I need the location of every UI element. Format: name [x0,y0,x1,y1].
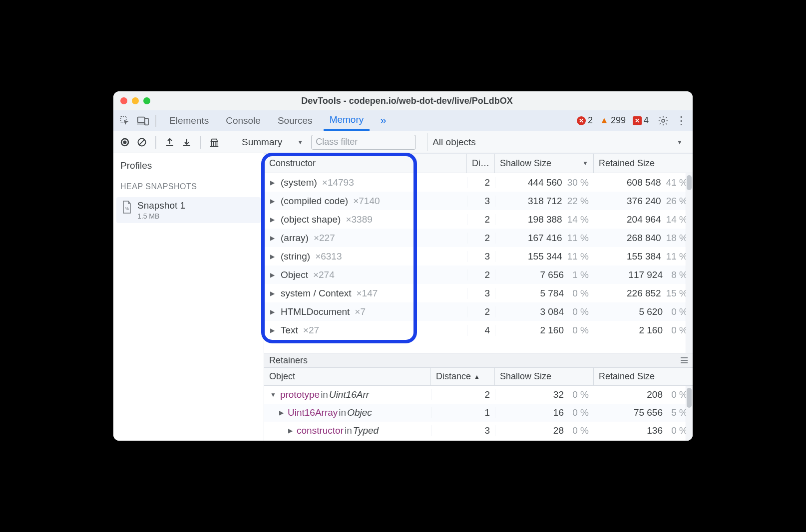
expand-icon[interactable]: ▶ [270,308,275,315]
table-row[interactable]: ▶system / Context×14735 7840 %226 85215 … [264,284,693,302]
issue-count[interactable]: ✕ 4 [633,115,649,126]
record-icon[interactable] [118,136,131,149]
clear-icon[interactable] [135,136,148,149]
sort-desc-icon: ▼ [582,160,588,167]
retainers-menu-icon[interactable] [681,357,688,363]
header-distance[interactable]: Di… [467,154,495,173]
instance-count: ×7140 [353,196,380,207]
error-count[interactable]: ✕ 2 [577,115,593,126]
distance-cell: 2 [467,214,495,225]
memory-toolbar: Summary ▼ Class filter All objects ▼ [113,131,693,153]
instance-count: ×14793 [322,177,354,188]
more-tabs-button[interactable]: » [376,113,391,128]
expand-icon[interactable]: ▶ [270,271,275,278]
header-object[interactable]: Object [264,368,431,385]
constructor-cell: ▶HTMLDocument×7 [264,306,467,317]
panel-body: Profiles HEAP SNAPSHOTS % Snapshot 1 1.5… [113,153,693,441]
retained-cell: 75 6565 % [594,407,693,418]
object-cell: ▶Uint16Array in Objec [264,407,431,418]
more-options-icon[interactable]: ⋮ [674,113,689,128]
expand-icon[interactable]: ▶ [270,179,275,186]
constructors-grid[interactable]: ▶(system)×147932444 56030 %608 54841 %▶(… [264,173,693,353]
load-profile-icon[interactable] [163,136,176,149]
scrollbar-track[interactable] [686,173,693,353]
shallow-cell: 198 38814 % [495,214,594,225]
scrollbar-thumb[interactable] [687,388,692,408]
retained-cell: 268 84018 % [594,233,693,244]
table-row[interactable]: ▶(string)×63133155 34411 %155 38411 % [264,247,693,266]
expand-icon[interactable]: ▼ [270,391,276,398]
save-profile-icon[interactable] [180,136,193,149]
expand-icon[interactable]: ▶ [270,235,275,242]
constructor-cell: ▶Text×27 [264,325,467,336]
constructor-cell: ▶(string)×6313 [264,251,467,262]
instance-count: ×7 [355,306,366,317]
retained-cell: 376 24026 % [594,196,693,207]
distance-cell: 4 [467,325,495,336]
instance-count: ×6313 [315,251,342,262]
expand-icon[interactable]: ▶ [288,427,293,434]
table-row[interactable]: ▶Object×27427 6561 %117 9248 % [264,266,693,284]
close-window-button[interactable] [120,97,127,104]
profiles-heading: Profiles [113,153,264,176]
expand-icon[interactable]: ▶ [270,290,275,297]
table-row[interactable]: ▶(object shape)×33892198 38814 %204 9641… [264,210,693,229]
window-title: DevTools - codepen.io/web-dot-dev/live/P… [158,96,686,106]
table-row[interactable]: ▶(system)×147932444 56030 %608 54841 % [264,173,693,192]
toolbar-divider [155,115,156,127]
expand-icon[interactable]: ▶ [270,253,275,260]
settings-icon[interactable] [656,113,671,128]
class-filter-input[interactable]: Class filter [311,135,416,150]
retainers-title: Retainers [269,355,308,366]
table-row[interactable]: ▶(compiled code)×71403318 71222 %376 240… [264,192,693,210]
table-row[interactable]: ▶Uint16Array in Objec1160 %75 6565 % [264,404,693,422]
expand-icon[interactable]: ▶ [279,409,284,416]
minimize-window-button[interactable] [132,97,139,104]
header-shallow-size[interactable]: Shallow Size ▼ [495,154,594,173]
tab-memory[interactable]: Memory [324,110,370,131]
snapshot-item[interactable]: % Snapshot 1 1.5 MB [116,197,261,223]
header-constructor[interactable]: Constructor [264,154,467,173]
distance-cell: 2 [467,269,495,280]
header-rshallow[interactable]: Shallow Size [495,368,594,385]
expand-icon[interactable]: ▶ [270,198,275,205]
header-retained-size[interactable]: Retained Size [594,154,693,173]
tab-sources[interactable]: Sources [272,110,319,131]
retained-cell: 117 9248 % [594,269,693,280]
expand-icon[interactable]: ▶ [270,327,275,334]
table-row[interactable]: ▶Text×2742 1600 %2 1600 % [264,321,693,339]
inspect-element-icon[interactable] [117,113,132,128]
collect-garbage-icon[interactable] [208,136,221,149]
device-toolbar-icon[interactable] [135,113,150,128]
retainers-grid[interactable]: ▼prototype in Uint16Arr2320 %2080 %▶Uint… [264,386,693,441]
owner-name: Objec [347,407,372,418]
scrollbar-track[interactable] [686,386,693,441]
tab-console[interactable]: Console [220,110,267,131]
shallow-cell: 7 6561 % [495,269,594,280]
maximize-window-button[interactable] [143,97,150,104]
objects-scope-select[interactable]: All objects ▼ [427,133,688,151]
shallow-cell: 167 41611 % [495,233,594,244]
instance-count: ×3389 [346,214,372,225]
shallow-cell: 280 % [495,425,594,436]
expand-icon[interactable]: ▶ [270,216,275,223]
perspective-select[interactable]: Summary ▼ [238,135,307,149]
shallow-cell: 444 56030 % [495,177,594,188]
header-rretained[interactable]: Retained Size [594,368,693,385]
snapshot-file-icon: % [121,200,132,214]
distance-cell: 3 [467,251,495,262]
table-row[interactable]: ▶(array)×2272167 41611 %268 84018 % [264,229,693,247]
constructors-header: Constructor Di… Shallow Size ▼ Retained … [264,153,693,173]
chevron-down-icon: ▼ [297,139,303,146]
object-cell: ▼prototype in Uint16Arr [264,389,431,400]
table-row[interactable]: ▶constructor in Typed3280 %1360 % [264,422,693,440]
warning-count[interactable]: ▲ 299 [600,115,626,126]
tab-elements[interactable]: Elements [163,110,215,131]
retained-cell: 608 54841 % [594,177,693,188]
scrollbar-thumb[interactable] [687,175,692,190]
table-row[interactable]: ▶HTMLDocument×723 0840 %5 6200 % [264,302,693,321]
table-row[interactable]: ▼prototype in Uint16Arr2320 %2080 % [264,386,693,404]
constructor-name: (object shape) [281,214,341,225]
retainers-bar: Retainers [264,353,693,368]
header-rdistance[interactable]: Distance ▲ [431,368,495,385]
